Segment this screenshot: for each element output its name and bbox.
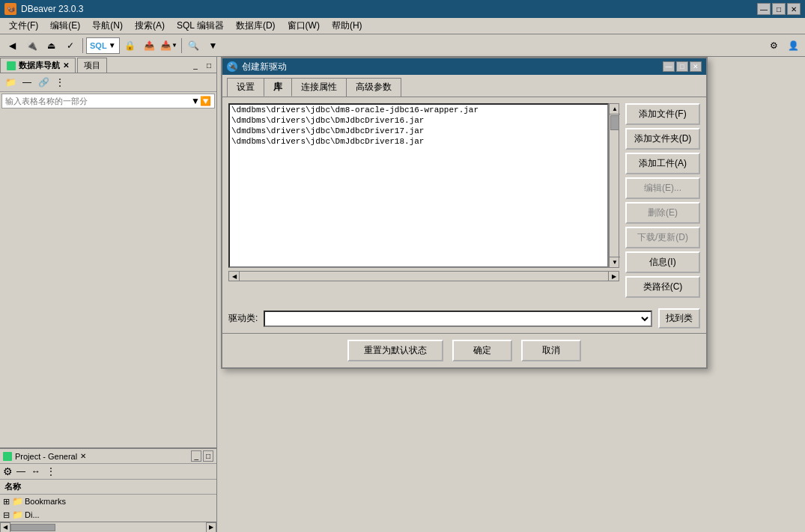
toolbar-search[interactable]: 🔍 — [185, 37, 203, 55]
file-h-scroll-left[interactable]: ◀ — [229, 271, 240, 281]
v-scroll-thumb[interactable] — [610, 115, 619, 130]
menu-bar: 文件(F) 编辑(E) 导航(N) 搜索(A) SQL 编辑器 数据库(D) 窗… — [0, 18, 805, 34]
panel-tabs: 数据库导航 ✕ 项目 _ □ — [0, 57, 216, 73]
driver-class-label: 驱动类: — [228, 312, 258, 325]
tab-dbnav[interactable]: 数据库导航 ✕ — [0, 58, 76, 73]
find-class-btn[interactable]: 找到类 — [658, 308, 700, 328]
dialog-body: \dmdbms\drivers\jdbc\dm8-oracle-jdbc16-w… — [222, 97, 706, 304]
h-scroll-thumb[interactable] — [10, 524, 55, 531]
info-btn[interactable]: 信息(I) — [625, 251, 700, 273]
dialog-close[interactable]: ✕ — [690, 61, 702, 72]
dialog-titlebar: 🔌 创建新驱动 — □ ✕ — [222, 58, 706, 75]
toolbar-db-commit[interactable]: ✓ — [61, 37, 79, 55]
project-icon — [3, 452, 12, 461]
file-list: \dmdbms\drivers\jdbc\dm8-oracle-jdbc16-w… — [228, 103, 609, 268]
reset-defaults-btn[interactable]: 重置为默认状态 — [347, 340, 443, 361]
app-title: DBeaver 23.0.3 — [21, 4, 83, 14]
dbnav-close[interactable]: ✕ — [63, 61, 69, 70]
tab-project[interactable]: 项目 — [77, 58, 107, 73]
h-scroll-left[interactable]: ◀ — [0, 522, 10, 533]
dialog-minimize[interactable]: — — [663, 61, 675, 72]
tab-advanced-params[interactable]: 高级参数 — [346, 78, 401, 97]
maximize-button[interactable]: □ — [772, 3, 786, 15]
file-item-2[interactable]: \dmdbms\drivers\jdbc\DmJdbcDriver17.jar — [230, 126, 607, 136]
ok-btn[interactable]: 确定 — [452, 340, 512, 361]
driver-class-select[interactable] — [264, 311, 652, 327]
menu-database[interactable]: 数据库(D) — [230, 18, 282, 34]
file-h-scroll-right[interactable]: ▶ — [608, 271, 619, 281]
search-input[interactable] — [5, 97, 191, 106]
tab-settings[interactable]: 设置 — [227, 78, 264, 97]
dialog-maximize[interactable]: □ — [676, 61, 688, 72]
menu-sql[interactable]: SQL 编辑器 — [171, 18, 230, 34]
app-icon: 🦦 — [4, 3, 16, 15]
nav-settings[interactable]: ⋮ — [52, 75, 67, 90]
db-tree — [0, 110, 216, 447]
v-scroll-down[interactable]: ▼ — [610, 257, 620, 267]
project-more[interactable]: ⋮ — [44, 465, 58, 477]
project-gear-icon[interactable]: ⚙ — [3, 465, 13, 477]
cancel-btn[interactable]: 取消 — [521, 340, 581, 361]
project-tab-close[interactable]: ✕ — [80, 452, 86, 460]
minimize-button[interactable]: — — [757, 3, 771, 15]
toolbar-import[interactable]: 📥▼ — [160, 37, 178, 55]
menu-window[interactable]: 窗口(W) — [282, 18, 326, 34]
tab-connection-props[interactable]: 连接属性 — [291, 78, 347, 97]
close-button[interactable]: ✕ — [787, 3, 801, 15]
panel-maximize[interactable]: □ — [203, 59, 215, 71]
classpath-btn[interactable]: 类路径(C) — [625, 276, 700, 298]
menu-file[interactable]: 文件(F) — [3, 18, 44, 34]
toolbar-export[interactable]: 📤 — [141, 37, 159, 55]
nav-link[interactable]: 🔗 — [36, 75, 51, 90]
file-item-3[interactable]: \dmdbms\drivers\jdbc\DmJdbcDriver18.jar — [230, 136, 607, 147]
toolbar-back[interactable]: ◀ — [3, 37, 21, 55]
dialog-right-buttons: 添加文件(F) 添加文件夹(D) 添加工件(A) 编辑(E)... 删除(E) … — [625, 103, 700, 298]
add-file-btn[interactable]: 添加文件(F) — [625, 103, 700, 125]
toolbar-sql-btn[interactable]: SQL ▼ — [86, 37, 120, 54]
project-tab-label: Project - General — [15, 452, 77, 461]
file-item-1[interactable]: \dmdbms\drivers\jdbc\DmJdbcDriver16.jar — [230, 115, 607, 126]
filter-icon[interactable]: ▼ — [191, 96, 200, 106]
toolbar-db-disconnect[interactable]: ⏏ — [42, 37, 60, 55]
nav-collapse[interactable]: — — [19, 75, 34, 90]
menu-search[interactable]: 搜索(A) — [129, 18, 171, 34]
dialog-footer: 重置为默认状态 确定 取消 — [222, 333, 706, 367]
tree-bookmarks[interactable]: ⊞ 📁 Bookmarks — [0, 495, 216, 508]
project-minus[interactable]: — — [14, 465, 28, 477]
toolbar-lock[interactable]: 🔒 — [121, 37, 139, 55]
menu-help[interactable]: 帮助(H) — [326, 18, 368, 34]
panel-minimize[interactable]: _ — [189, 59, 201, 71]
edit-btn[interactable]: 编辑(E)... — [625, 177, 700, 199]
driver-class-row: 驱动类: 找到类 — [222, 304, 706, 333]
toolbar-account[interactable]: 👤 — [784, 37, 802, 55]
toolbar-db-connect[interactable]: 🔌 — [22, 37, 40, 55]
title-bar: 🦦 DBeaver 23.0.3 — □ ✕ — [0, 0, 805, 18]
h-scroll[interactable]: ◀ ▶ — [0, 522, 216, 532]
toolbar-search-arrow[interactable]: ▼ — [204, 37, 222, 55]
dialog-tabs: 设置 库 连接属性 高级参数 — [222, 75, 706, 97]
v-scroll-up[interactable]: ▲ — [610, 104, 620, 114]
file-item-0[interactable]: \dmdbms\drivers\jdbc\dm8-oracle-jdbc16-w… — [230, 105, 607, 115]
project-panel-max[interactable]: □ — [203, 450, 213, 462]
toolbar-settings[interactable]: ⚙ — [765, 37, 783, 55]
filter-icon2[interactable]: 🔽 — [200, 96, 211, 106]
add-artifact-btn[interactable]: 添加工件(A) — [625, 153, 700, 174]
delete-btn[interactable]: 删除(E) — [625, 202, 700, 224]
h-scroll-right[interactable]: ▶ — [206, 522, 216, 533]
project-panel-min[interactable]: _ — [191, 450, 201, 462]
project-col-name: 名称 — [4, 482, 21, 491]
create-driver-dialog: 🔌 创建新驱动 — □ ✕ 设置 库 连接属性 高级参数 \dmd — [221, 57, 708, 369]
v-scrollbar[interactable]: ▲ ▼ — [609, 103, 619, 268]
file-h-scroll[interactable]: ◀ ▶ — [228, 271, 619, 281]
dialog-title: 创建新驱动 — [242, 61, 287, 73]
download-update-btn[interactable]: 下载/更新(D) — [625, 227, 700, 248]
menu-navigate[interactable]: 导航(N) — [86, 18, 129, 34]
tab-library[interactable]: 库 — [264, 78, 292, 97]
menu-edit[interactable]: 编辑(E) — [44, 18, 86, 34]
project-link[interactable]: ↔ — [29, 465, 43, 477]
nav-new-folder[interactable]: 📁 — [3, 75, 18, 90]
toolbar: ◀ 🔌 ⏏ ✓ SQL ▼ 🔒 📤 📥▼ 🔍 ▼ ⚙ 👤 — [0, 34, 805, 57]
add-folder-btn[interactable]: 添加文件夹(D) — [625, 128, 700, 150]
tree-diagrams[interactable]: ⊟ 📁 Di... — [0, 508, 216, 522]
dialog-icon: 🔌 — [227, 61, 237, 72]
